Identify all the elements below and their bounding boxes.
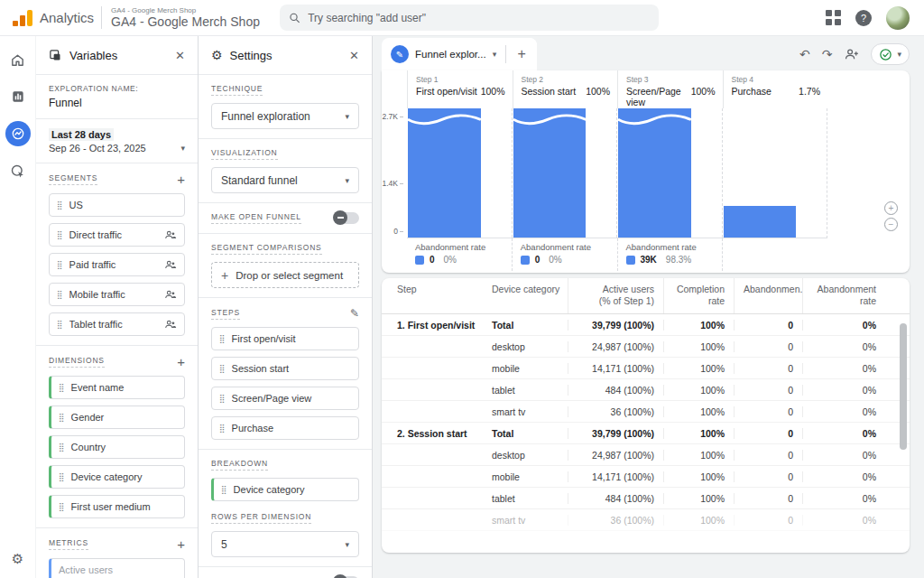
tab-funnel-exploration[interactable]: ✎ Funnel explor... ▾ xyxy=(382,38,505,70)
funnel-column-4 xyxy=(722,108,827,238)
funnel-bar-session-start[interactable] xyxy=(513,108,587,238)
avatar[interactable] xyxy=(886,6,910,30)
abandonment-cell-3: Abandonment rate 39K 98.3% xyxy=(617,238,723,271)
abandonment-cell-4 xyxy=(722,238,827,271)
funnel-step-header-4[interactable]: Step 4 Purchase 1.7% xyxy=(723,70,828,108)
visualization-select[interactable]: Standard funnel ▾ xyxy=(211,167,359,193)
table-row[interactable]: desktop 24,987 (100%) 100% 0 0% xyxy=(382,336,910,358)
y-axis-tick: 0 xyxy=(382,227,403,236)
help-icon[interactable]: ? xyxy=(855,10,872,26)
edit-steps-icon[interactable]: ✎ xyxy=(350,307,359,320)
col-header-step[interactable]: Step xyxy=(382,278,483,313)
property-selector[interactable]: GA4 - Google Merch Shop GA4 - Google Mer… xyxy=(101,6,260,29)
segments-label: SEGMENTS xyxy=(49,173,97,185)
dimension-chip-first-user-medium[interactable]: ⣿ First user medium xyxy=(49,495,185,518)
step-chip-session-start[interactable]: ⣿ Session start xyxy=(211,357,359,380)
funnel-bar-purchase[interactable] xyxy=(724,206,797,238)
funnel-bar-screen-page-view[interactable] xyxy=(618,108,691,238)
tab-label: Funnel explor... xyxy=(415,49,486,60)
people-icon xyxy=(164,259,177,270)
technique-label: TECHNIQUE xyxy=(211,84,263,96)
segment-chip-direct-traffic[interactable]: ⣿ Direct traffic xyxy=(49,223,185,247)
dimension-chip-event-name[interactable]: ⣿ Event name xyxy=(49,376,185,399)
step-rate: 1.7% xyxy=(799,86,820,97)
segment-chip-mobile-traffic[interactable]: ⣿ Mobile traffic xyxy=(49,283,185,306)
share-person-icon[interactable] xyxy=(844,48,859,61)
table-row[interactable]: tablet 484 (100%) 100% 0 0% xyxy=(382,379,910,401)
table-row[interactable]: 2. Session start Total 39,799 (100%) 100… xyxy=(382,423,910,444)
drag-handle-icon: ⣿ xyxy=(57,200,63,210)
rows-per-dimension-select[interactable]: 5 ▾ xyxy=(211,531,359,557)
technique-select[interactable]: Funnel exploration ▾ xyxy=(211,103,359,129)
dimension-chip-gender[interactable]: ⣿ Gender xyxy=(49,406,185,429)
steps-label: STEPS xyxy=(211,308,240,320)
col-header-abandonment-rate[interactable]: Abandonment rate xyxy=(802,278,885,313)
table-row[interactable]: tablet 484 (100%) 100% 0 0% xyxy=(382,488,910,509)
close-icon[interactable]: ✕ xyxy=(349,49,359,62)
drag-handle-icon: ⣿ xyxy=(59,472,65,481)
search-icon xyxy=(289,12,300,24)
col-header-device[interactable]: Device category xyxy=(483,278,568,313)
undo-icon[interactable]: ↶ xyxy=(799,48,810,61)
add-dimension-icon[interactable]: + xyxy=(177,355,185,368)
dimension-chip-country[interactable]: ⣿ Country xyxy=(49,435,185,459)
segment-chip-us[interactable]: ⣿ US xyxy=(49,193,185,217)
chevron-down-icon: ▾ xyxy=(345,112,349,121)
global-search[interactable] xyxy=(280,5,659,31)
funnel-step-header-3[interactable]: Step 3 Screen/Page view 100% xyxy=(617,70,723,108)
zoom-in-icon[interactable]: + xyxy=(884,201,898,215)
segment-chip-paid-traffic[interactable]: ⣿ Paid traffic xyxy=(49,253,185,276)
table-row[interactable]: mobile 14,171 (100%) 100% 0 0% xyxy=(382,466,910,488)
chevron-down-icon: ▾ xyxy=(897,50,901,59)
add-tab-button[interactable]: + xyxy=(506,38,537,70)
step-chip-purchase[interactable]: ⣿ Purchase xyxy=(211,416,359,440)
date-range-picker[interactable]: Last 28 days Sep 26 - Oct 23, 2025 ▾ xyxy=(36,119,198,163)
advertising-icon[interactable] xyxy=(5,158,31,183)
col-header-completion-rate[interactable]: Completion rate xyxy=(663,278,734,313)
add-segment-icon[interactable]: + xyxy=(177,172,185,186)
segment-chip-tablet-traffic[interactable]: ⣿ Tablet traffic xyxy=(49,312,185,336)
open-funnel-toggle[interactable] xyxy=(335,212,359,224)
funnel-column-1 xyxy=(407,108,512,238)
col-header-abandonments[interactable]: Abandonmen... xyxy=(734,278,802,313)
table-row[interactable]: smart tv 36 (100%) 100% 0 0% xyxy=(382,509,910,531)
redo-icon[interactable]: ↷ xyxy=(822,48,833,61)
chevron-down-icon: ▾ xyxy=(345,176,349,185)
funnel-table-card: Step Device category Active users (% of … xyxy=(382,278,910,553)
account-name: GA4 - Google Merch Shop xyxy=(111,6,260,14)
step-chip-first-open-visit[interactable]: ⣿ First open/visit xyxy=(211,327,359,350)
search-input[interactable] xyxy=(308,12,650,24)
funnel-bar-first-open-visit[interactable] xyxy=(408,108,481,238)
explore-icon[interactable] xyxy=(5,121,31,146)
close-icon[interactable]: ✕ xyxy=(175,49,185,62)
table-row[interactable]: mobile 14,171 (100%) 100% 0 0% xyxy=(382,358,910,379)
chevron-down-icon: ▾ xyxy=(345,540,349,549)
top-app-bar: Analytics GA4 - Google Merch Shop GA4 - … xyxy=(0,0,924,36)
step-rate: 100% xyxy=(481,86,505,97)
reports-icon[interactable] xyxy=(5,84,31,109)
table-row[interactable]: desktop 24,987 (100%) 100% 0 0% xyxy=(382,444,910,466)
breakdown-chip-device-category[interactable]: ⣿ Device category xyxy=(211,478,359,501)
exploration-name-value[interactable]: Funnel xyxy=(49,97,185,109)
step-chip-screen-page-view[interactable]: ⣿ Screen/Page view xyxy=(211,387,359,410)
dimension-chip-device-category[interactable]: ⣿ Device category xyxy=(49,465,185,489)
step-name: Session start xyxy=(522,86,577,97)
col-header-active-users[interactable]: Active users (% of Step 1) xyxy=(568,278,663,313)
table-row[interactable]: smart tv 36 (100%) 100% 0 0% xyxy=(382,401,910,423)
drag-handle-icon: ⣿ xyxy=(221,485,227,494)
zoom-out-icon[interactable]: − xyxy=(884,218,898,231)
apps-grid-icon[interactable] xyxy=(826,10,841,25)
segment-drop-zone[interactable]: + Drop or select segment xyxy=(211,262,359,288)
add-metric-icon[interactable]: + xyxy=(177,537,185,551)
drag-handle-icon: ⣿ xyxy=(219,424,226,433)
home-icon[interactable] xyxy=(5,47,31,72)
status-menu[interactable]: ▾ xyxy=(871,43,910,65)
funnel-step-header-2[interactable]: Step 2 Session start 100% xyxy=(513,70,618,108)
table-row[interactable]: 1. First open/visit Total 39,799 (100%) … xyxy=(382,314,910,336)
table-scrollbar[interactable] xyxy=(900,323,907,450)
metric-chip-active-users[interactable]: Active users xyxy=(49,558,185,578)
admin-gear-icon[interactable]: ⚙ xyxy=(12,551,23,567)
y-axis-tick: 2.7K xyxy=(382,112,403,121)
axis-break-wave xyxy=(618,112,691,128)
funnel-step-header-1[interactable]: Step 1 First open/visit 100% xyxy=(407,70,513,108)
